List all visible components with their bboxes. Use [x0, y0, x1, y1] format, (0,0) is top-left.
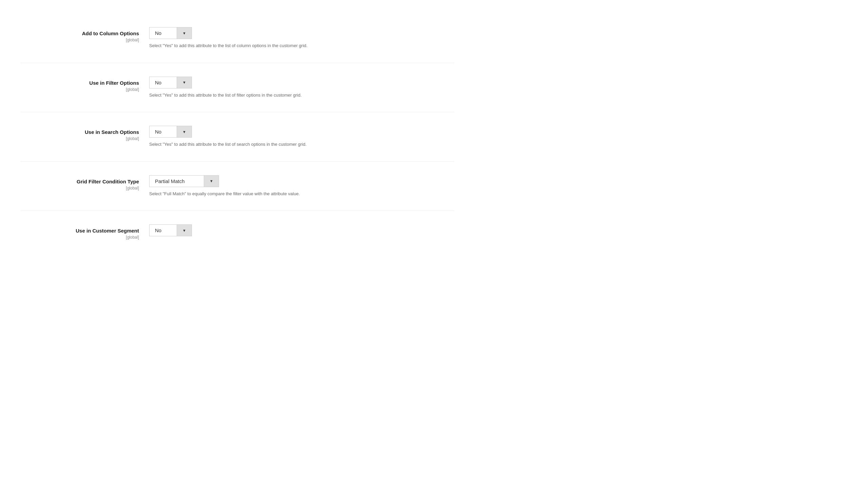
select-value-use-in-filter-options: No [149, 77, 177, 88]
field-label-use-in-search-options: Use in Search Options [20, 128, 139, 136]
select-arrow-use-in-customer-segment[interactable] [177, 225, 192, 236]
label-col-use-in-filter-options: Use in Filter Options[global] [20, 77, 149, 92]
form-container: Add to Column Options[global]NoSelect "Y… [0, 0, 475, 267]
label-col-use-in-search-options: Use in Search Options[global] [20, 126, 149, 141]
select-wrapper-use-in-filter-options[interactable]: No [149, 77, 192, 88]
select-value-use-in-customer-segment: No [149, 225, 177, 236]
select-arrow-grid-filter-condition-type[interactable] [204, 175, 219, 187]
select-arrow-use-in-filter-options[interactable] [177, 77, 192, 88]
select-value-use-in-search-options: No [149, 126, 177, 137]
form-row-use-in-customer-segment: Use in Customer Segment[global]No [20, 211, 454, 253]
help-text-grid-filter-condition-type: Select "Full Match" to equally compare t… [149, 191, 421, 197]
help-text-add-to-column-options: Select "Yes" to add this attribute to th… [149, 42, 421, 49]
form-row-add-to-column-options: Add to Column Options[global]NoSelect "Y… [20, 13, 454, 63]
select-arrow-add-to-column-options[interactable] [177, 28, 192, 39]
form-row-use-in-filter-options: Use in Filter Options[global]NoSelect "Y… [20, 63, 454, 113]
scope-label-use-in-search-options: [global] [20, 136, 139, 141]
field-label-use-in-customer-segment: Use in Customer Segment [20, 227, 139, 234]
input-col-use-in-customer-segment: No [149, 224, 454, 236]
form-row-grid-filter-condition-type: Grid Filter Condition Type[global]Partia… [20, 162, 454, 211]
field-label-grid-filter-condition-type: Grid Filter Condition Type [20, 178, 139, 185]
scope-label-add-to-column-options: [global] [20, 38, 139, 42]
field-label-use-in-filter-options: Use in Filter Options [20, 79, 139, 86]
label-col-add-to-column-options: Add to Column Options[global] [20, 27, 149, 42]
select-value-add-to-column-options: No [149, 28, 177, 39]
input-col-add-to-column-options: NoSelect "Yes" to add this attribute to … [149, 27, 454, 49]
scope-label-use-in-customer-segment: [global] [20, 235, 139, 239]
label-col-grid-filter-condition-type: Grid Filter Condition Type[global] [20, 175, 149, 191]
select-wrapper-grid-filter-condition-type[interactable]: Partial Match [149, 175, 219, 187]
select-arrow-use-in-search-options[interactable] [177, 126, 192, 137]
select-wrapper-use-in-search-options[interactable]: No [149, 126, 192, 138]
input-col-grid-filter-condition-type: Partial MatchSelect "Full Match" to equa… [149, 175, 454, 197]
help-text-use-in-filter-options: Select "Yes" to add this attribute to th… [149, 92, 421, 99]
select-wrapper-use-in-customer-segment[interactable]: No [149, 224, 192, 236]
form-row-use-in-search-options: Use in Search Options[global]NoSelect "Y… [20, 112, 454, 162]
field-label-add-to-column-options: Add to Column Options [20, 30, 139, 37]
input-col-use-in-filter-options: NoSelect "Yes" to add this attribute to … [149, 77, 454, 99]
scope-label-use-in-filter-options: [global] [20, 87, 139, 92]
scope-label-grid-filter-condition-type: [global] [20, 186, 139, 191]
select-wrapper-add-to-column-options[interactable]: No [149, 27, 192, 39]
label-col-use-in-customer-segment: Use in Customer Segment[global] [20, 224, 149, 239]
select-value-grid-filter-condition-type: Partial Match [149, 175, 204, 187]
input-col-use-in-search-options: NoSelect "Yes" to add this attribute to … [149, 126, 454, 148]
help-text-use-in-search-options: Select "Yes" to add this attribute to th… [149, 141, 421, 148]
